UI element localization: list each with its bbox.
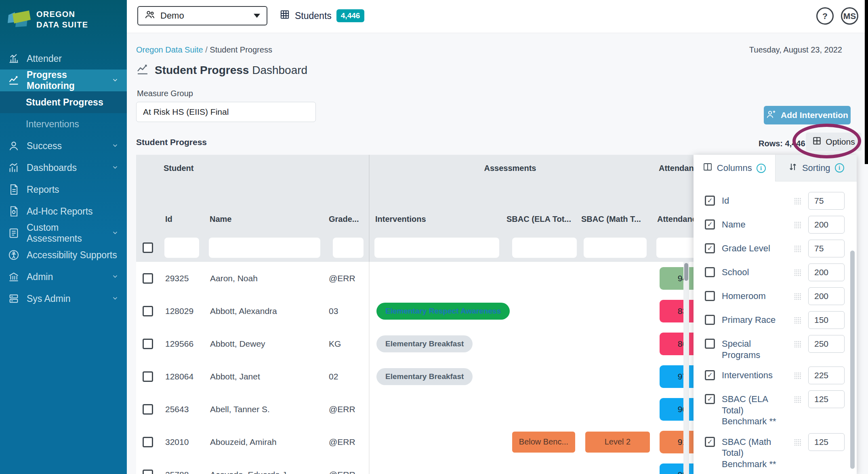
grid-scrollbar[interactable] <box>683 262 689 474</box>
cell-grade: KG <box>325 327 370 360</box>
row-checkbox[interactable] <box>143 273 153 284</box>
drag-handle-icon[interactable] <box>794 198 801 206</box>
sidebar-item-custom-assessments[interactable]: Custom Assessments <box>0 222 127 244</box>
row-checkbox[interactable] <box>143 437 153 447</box>
drag-handle-icon[interactable] <box>794 317 801 326</box>
column-width-input[interactable] <box>808 240 845 257</box>
add-intervention-button[interactable]: Add Intervention <box>764 106 851 124</box>
column-checkbox[interactable]: ✓ <box>705 437 715 447</box>
filter-input-id[interactable] <box>164 238 199 258</box>
measure-group-input[interactable] <box>136 102 316 122</box>
chevron-down-icon <box>111 75 119 86</box>
filter-input-sbac-math[interactable] <box>584 238 647 258</box>
sbac-ela-badge[interactable]: Below Benc... <box>512 432 575 453</box>
select-all-checkbox[interactable] <box>143 242 153 253</box>
column-header-id[interactable]: Id <box>160 215 204 224</box>
intervention-pill[interactable]: Elementary Breakfast <box>376 335 473 352</box>
sidebar-item-reports[interactable]: Reports <box>0 179 127 200</box>
column-checkbox[interactable]: ✓ <box>705 370 715 380</box>
sidebar-item-student-progress[interactable]: Student Progress <box>0 91 127 113</box>
cell-id: 129566 <box>160 327 204 360</box>
sidebar-item-dashboards[interactable]: Dashboards <box>0 157 127 179</box>
page-title-row: Student Progress Dashboard <box>136 63 307 78</box>
column-width-input[interactable] <box>808 311 845 329</box>
sidebar-item-progress-monitoring[interactable]: Progress Monitoring <box>0 70 127 91</box>
drag-handle-icon[interactable] <box>794 245 801 254</box>
column-checkbox[interactable] <box>705 291 715 301</box>
sidebar-item-admin[interactable]: Admin <box>0 266 127 288</box>
drag-handle-icon[interactable] <box>794 396 801 405</box>
column-width-input[interactable] <box>808 433 845 451</box>
column-checkbox[interactable] <box>705 315 715 325</box>
students-label: Students <box>295 11 332 21</box>
options-tabs: Columns i Sorting i <box>694 155 857 181</box>
cell-sbac-ela <box>504 262 579 295</box>
drag-handle-icon[interactable] <box>794 439 801 448</box>
column-width-input[interactable] <box>808 287 845 305</box>
column-checkbox[interactable]: ✓ <box>705 394 715 404</box>
column-checkbox[interactable]: ✓ <box>705 243 715 253</box>
column-option-label: SBAC (ELA Total) Benchmark ** <box>722 390 787 427</box>
options-panel-scrollbar-thumb[interactable] <box>850 251 855 469</box>
sidebar-item-label: Accessibility Supports <box>27 250 117 261</box>
column-option-label: Homeroom <box>722 287 787 302</box>
column-option-label: Interventions <box>722 367 787 381</box>
filter-input-grade[interactable] <box>333 238 364 258</box>
column-width-input[interactable] <box>808 263 845 281</box>
tab-sorting[interactable]: Sorting i <box>775 155 857 181</box>
row-checkbox[interactable] <box>143 404 153 415</box>
row-checkbox[interactable] <box>143 306 153 316</box>
column-checkbox[interactable] <box>705 339 715 349</box>
row-checkbox[interactable] <box>143 371 153 382</box>
filter-input-interventions[interactable] <box>374 238 499 258</box>
column-header-grade[interactable]: Grade... <box>325 215 370 224</box>
sbac-math-badge[interactable]: Level 2 <box>585 432 650 453</box>
info-icon[interactable]: i <box>835 163 844 173</box>
context-select[interactable]: Demo <box>137 6 267 25</box>
table-row: 128064Abbott, Janet02Elementary Breakfas… <box>136 360 724 393</box>
column-width-input[interactable] <box>808 390 845 408</box>
column-checkbox[interactable]: ✓ <box>705 219 715 230</box>
drag-handle-icon[interactable] <box>794 221 801 230</box>
row-checkbox[interactable] <box>143 339 153 349</box>
options-panel: Columns i Sorting i ✓Id✓Name✓Grade Level… <box>694 155 857 474</box>
drag-handle-icon[interactable] <box>794 269 801 278</box>
column-width-input[interactable] <box>808 367 845 384</box>
info-icon[interactable]: i <box>757 164 766 173</box>
filter-input-name[interactable] <box>209 238 320 258</box>
column-checkbox[interactable]: ✓ <box>705 196 715 206</box>
students-tab[interactable]: Students 4,446 <box>280 6 364 25</box>
column-width-input[interactable] <box>808 216 845 234</box>
column-header-sbac-ela[interactable]: SBAC (ELA Tot... <box>504 215 579 224</box>
sidebar-item-ad-hoc-reports[interactable]: Ad-Hoc Reports <box>0 200 127 222</box>
column-header-sbac-math[interactable]: SBAC (Math T... <box>579 215 652 224</box>
sidebar-item-success[interactable]: Success <box>0 135 127 157</box>
sidebar-item-attender[interactable]: Attender <box>0 48 127 70</box>
column-header-row: Id Name Grade... Interventions SBAC (ELA… <box>136 215 724 224</box>
row-checkbox[interactable] <box>143 470 153 474</box>
cell-interventions <box>370 458 504 474</box>
avatar[interactable]: MS <box>841 7 858 25</box>
tab-columns[interactable]: Columns i <box>694 155 775 181</box>
list-icon <box>8 228 19 239</box>
breadcrumb-root-link[interactable]: Oregon Data Suite <box>136 45 203 54</box>
intervention-pill[interactable]: Elementary Breakfast <box>376 368 473 385</box>
sidebar-item-sys-admin[interactable]: Sys Admin <box>0 288 127 310</box>
help-button[interactable]: ? <box>816 7 834 25</box>
sidebar-item-accessibility-supports[interactable]: Accessibility Supports <box>0 244 127 266</box>
drag-handle-icon[interactable] <box>794 341 801 350</box>
sidebar-item-interventions[interactable]: Interventions <box>0 113 127 135</box>
options-button[interactable]: Options <box>806 133 862 151</box>
column-checkbox[interactable] <box>705 267 715 277</box>
filter-input-sbac-ela[interactable] <box>512 238 577 258</box>
cell-sbac-ela <box>504 393 579 426</box>
column-header-interventions[interactable]: Interventions <box>370 215 504 224</box>
grid-scrollbar-thumb[interactable] <box>684 263 688 281</box>
drag-handle-icon[interactable] <box>794 372 801 381</box>
intervention-pill[interactable]: Elementary Respect Awareness <box>376 303 510 320</box>
column-width-input[interactable] <box>808 192 845 210</box>
column-header-name[interactable]: Name <box>204 215 325 224</box>
app-logo[interactable]: OREGON DATA SUITE <box>0 0 127 36</box>
column-width-input[interactable] <box>808 335 845 353</box>
drag-handle-icon[interactable] <box>794 293 801 302</box>
